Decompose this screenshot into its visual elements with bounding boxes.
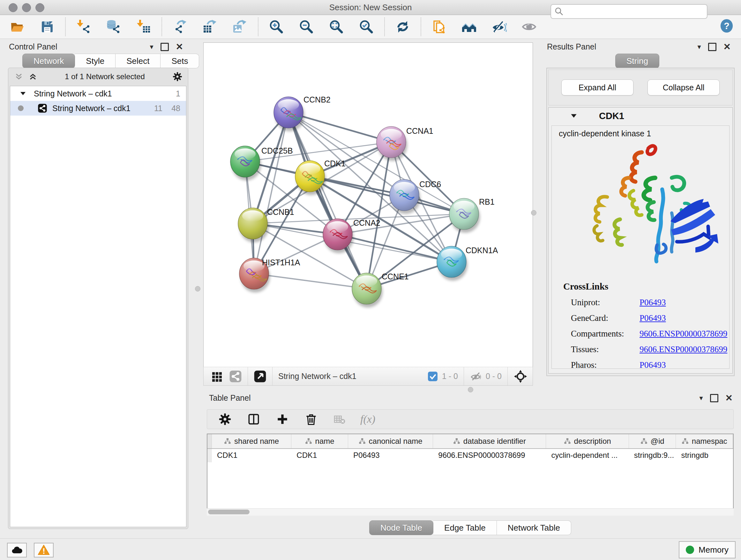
export-table-icon[interactable] — [202, 18, 218, 35]
column-header-database-identifier[interactable]: database identifier — [433, 434, 546, 448]
crosslink-link[interactable]: 9606.ENSP00000378699 — [639, 329, 727, 339]
zoom-fit-icon[interactable] — [328, 18, 345, 35]
results-panel-maximize-icon[interactable] — [708, 43, 717, 51]
crosslink-link[interactable]: P06493 — [639, 298, 666, 307]
network-node-RB1[interactable]: RB1 — [449, 197, 495, 233]
network-row[interactable]: String Network – cdk1 11 48 — [10, 101, 186, 116]
table-panel-maximize-icon[interactable] — [710, 394, 718, 402]
save-session-icon[interactable] — [39, 18, 56, 35]
selected-checkbox-icon[interactable] — [427, 371, 438, 382]
tree-expander-icon[interactable] — [19, 90, 27, 98]
column-header-description[interactable]: description — [546, 434, 629, 448]
export-network-icon[interactable] — [172, 18, 188, 35]
export-image-icon[interactable] — [232, 18, 248, 35]
section-collapse-icon[interactable] — [569, 112, 578, 120]
column-header-@id[interactable]: @id — [629, 434, 676, 448]
import-network-database-icon[interactable] — [105, 18, 122, 35]
open-file-icon[interactable] — [9, 18, 25, 35]
delete-column-trash-icon[interactable] — [304, 412, 318, 426]
table-panel-float-icon[interactable]: ▾ — [699, 395, 703, 401]
tab-select[interactable]: Select — [116, 54, 160, 68]
network-node-CCNA2[interactable]: CCNA2 — [323, 219, 381, 253]
network-status-dot — [18, 105, 23, 111]
expand-all-tree-icon[interactable] — [28, 72, 38, 81]
hidden-eye-icon[interactable] — [470, 370, 482, 383]
network-collection-row[interactable]: String Network – cdk1 1 — [10, 86, 186, 101]
table-cell[interactable]: CDK1 — [212, 449, 291, 462]
node-table[interactable]: shared namenamecanonical namedatabase id… — [207, 434, 734, 515]
tab-node-table[interactable]: Node Table — [369, 520, 433, 535]
control-panel-maximize-icon[interactable] — [160, 43, 169, 51]
memory-button[interactable]: Memory — [679, 541, 736, 558]
table-settings-gear-icon[interactable] — [218, 412, 232, 426]
network-canvas[interactable]: CCNB2CCNA1CDC25BCDK1CDC6RB1CCNB1CCNA2CDK… — [203, 43, 533, 367]
show-items-icon[interactable] — [521, 18, 537, 35]
tab-string[interactable]: String — [615, 54, 659, 68]
control-panel-float-icon[interactable]: ▾ — [150, 44, 153, 51]
table-cell[interactable]: CDK1 — [291, 449, 348, 462]
network-node-HIST1H1A[interactable]: HIST1H1A — [239, 258, 300, 293]
network-node-CCNB2[interactable]: CCNB2 — [274, 95, 331, 131]
horizontal-splitter-handle[interactable] — [468, 387, 473, 392]
right-splitter-handle[interactable] — [531, 210, 536, 215]
network-edge-HIST1H1A-CCNE1[interactable] — [254, 273, 367, 289]
tab-network-table[interactable]: Network Table — [497, 520, 571, 535]
table-cell[interactable]: cyclin-dependent ... — [546, 449, 629, 462]
expand-all-button[interactable]: Expand All — [561, 79, 633, 96]
help-button[interactable]: ? — [719, 18, 734, 33]
table-cell[interactable]: 9606.ENSP00000378699 — [433, 449, 546, 462]
network-node-CDK1[interactable]: CDK1 — [295, 159, 346, 195]
add-column-icon[interactable] — [275, 412, 289, 426]
crosslink-link[interactable]: P06493 — [639, 313, 666, 323]
network-edge-CCNB2-CCNE1[interactable] — [288, 112, 367, 289]
tab-network[interactable]: Network — [22, 54, 75, 68]
tab-sets[interactable]: Sets — [160, 54, 199, 68]
zoom-out-icon[interactable] — [298, 18, 315, 35]
birdseye-view-icon[interactable] — [254, 370, 266, 383]
column-header-canonical-name[interactable]: canonical name — [348, 434, 433, 448]
table-cell[interactable]: stringdb — [676, 449, 733, 462]
search-box[interactable] — [550, 4, 708, 19]
gene-section-header[interactable]: CDK1 — [549, 108, 732, 124]
table-cell[interactable]: P06493 — [348, 449, 433, 462]
tab-style[interactable]: Style — [75, 54, 116, 68]
crosslink-link[interactable]: P06493 — [639, 360, 666, 369]
table-cell[interactable]: stringdb:9... — [629, 449, 676, 462]
crosslink-label: Uniprot: — [571, 298, 639, 307]
share-view-icon[interactable] — [229, 370, 242, 383]
import-table-file-icon[interactable] — [135, 18, 152, 35]
scrollbar-thumb[interactable] — [208, 509, 250, 514]
table-panel-close-icon[interactable]: ✕ — [725, 395, 733, 401]
crosslink-label: Compartments: — [571, 329, 639, 339]
table-row[interactable]: CDK1CDK1P064939606.ENSP00000378699cyclin… — [207, 449, 733, 462]
results-panel-close-icon[interactable]: ✕ — [724, 44, 731, 51]
grid-view-icon[interactable] — [211, 370, 223, 383]
control-panel-close-icon[interactable]: ✕ — [176, 44, 183, 51]
cloud-status-button[interactable] — [7, 543, 27, 557]
duplicate-network-icon[interactable] — [431, 18, 448, 35]
column-header-shared-name[interactable]: shared name — [212, 434, 291, 448]
hide-items-icon[interactable] — [491, 18, 508, 35]
search-input[interactable] — [564, 7, 704, 16]
refresh-view-icon[interactable] — [394, 18, 411, 35]
collapse-all-button[interactable]: Collapse All — [648, 79, 720, 96]
crosslink-link[interactable]: 9606.ENSP00000378699 — [639, 345, 727, 354]
zoom-selected-icon[interactable] — [358, 18, 375, 35]
column-header-namespac[interactable]: namespac — [676, 434, 733, 448]
show-columns-icon[interactable] — [247, 412, 261, 426]
first-neighbors-icon[interactable] — [461, 18, 477, 35]
zoom-in-icon[interactable] — [268, 18, 285, 35]
network-edge-CCNB2-HIST1H1A[interactable] — [254, 112, 288, 273]
column-header-name[interactable]: name — [291, 434, 348, 448]
import-network-file-icon[interactable] — [75, 18, 92, 35]
results-panel-float-icon[interactable]: ▾ — [697, 44, 701, 51]
left-splitter-handle[interactable] — [195, 286, 200, 292]
warning-status-button[interactable] — [34, 543, 54, 557]
network-node-CDKN1A[interactable]: CDKN1A — [437, 246, 498, 281]
tab-edge-table[interactable]: Edge Table — [433, 520, 497, 535]
collapse-all-tree-icon[interactable] — [14, 72, 23, 81]
gear-icon[interactable] — [172, 71, 183, 82]
fit-crosshair-icon[interactable] — [514, 369, 528, 383]
table-horizontal-scrollbar[interactable] — [207, 508, 734, 516]
network-label: String Network – cdk1 — [52, 104, 131, 113]
